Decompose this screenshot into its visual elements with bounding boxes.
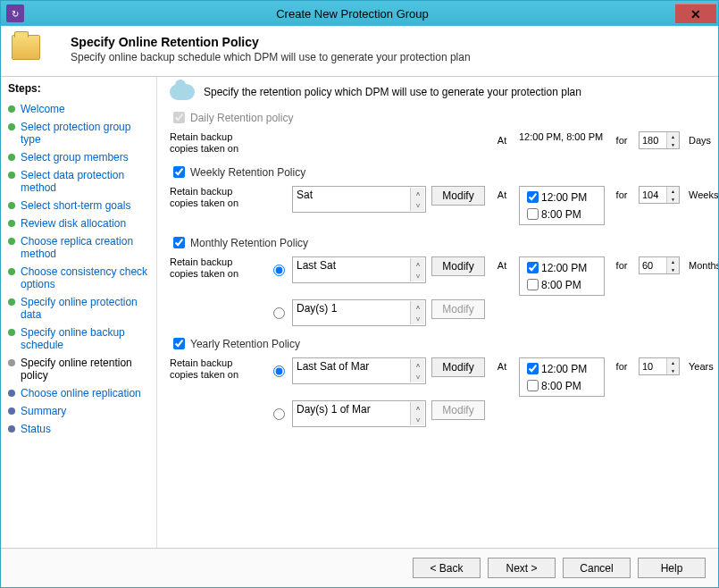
back-button[interactable]: < Back: [413, 558, 481, 578]
weekly-modify-button[interactable]: Modify: [431, 186, 485, 206]
step-bullet-icon: [8, 390, 15, 397]
monthly-radio-weekday[interactable]: [273, 265, 285, 276]
monthly-time2-checkbox[interactable]: [527, 279, 539, 290]
yearly-modify-button-1[interactable]: Modify: [431, 357, 485, 377]
monthly-opt1-listbox[interactable]: Last Sat ᐱᐯ: [292, 256, 426, 283]
intro-text: Specify the retention policy which DPM w…: [204, 86, 581, 98]
monthly-section-header: Monthly Retention Policy: [170, 234, 706, 251]
step-label: Select protection group type: [21, 121, 153, 146]
weekly-time1-checkbox[interactable]: [527, 191, 539, 203]
weekly-title: Weekly Retention Policy: [190, 166, 305, 179]
step-label: Specify online protection data: [21, 296, 153, 321]
yearly-unit: Years: [689, 357, 718, 372]
cloud-icon: [170, 84, 195, 100]
monthly-title: Monthly Retention Policy: [190, 237, 308, 249]
yearly-time2: 8:00 PM: [541, 380, 581, 392]
yearly-checkbox[interactable]: [173, 338, 185, 349]
daily-checkbox: [173, 112, 185, 123]
weekly-time2: 8:00 PM: [541, 208, 581, 221]
steps-panel: Steps: WelcomeSelect protection group ty…: [1, 77, 157, 548]
step-bullet-icon: [8, 407, 15, 415]
monthly-value: 60: [640, 260, 666, 271]
step-11[interactable]: Choose online replication: [8, 384, 153, 402]
next-button[interactable]: Next >: [488, 558, 556, 578]
monthly-radio-day[interactable]: [273, 307, 285, 319]
help-button[interactable]: Help: [638, 558, 706, 578]
step-label: Welcome: [21, 103, 65, 115]
yearly-time1-checkbox[interactable]: [527, 363, 539, 374]
for-label-yearly: for: [610, 357, 633, 372]
step-label: Status: [21, 423, 51, 435]
cancel-button[interactable]: Cancel: [563, 558, 631, 578]
page-title: Specify Online Retention Policy: [71, 35, 700, 49]
folder-icon: [12, 35, 40, 60]
yearly-radio-weekday[interactable]: [273, 365, 285, 377]
weekly-unit: Weeks: [689, 186, 718, 200]
step-bullet-icon: [8, 329, 15, 336]
for-label-weekly: for: [610, 186, 633, 200]
yearly-title: Yearly Retention Policy: [190, 338, 300, 350]
step-0[interactable]: Welcome: [8, 100, 153, 118]
monthly-time1-checkbox[interactable]: [527, 262, 539, 273]
step-1[interactable]: Select protection group type: [8, 118, 153, 148]
app-icon: ↻: [6, 4, 24, 22]
step-bullet-icon: [8, 298, 15, 306]
page-subtitle: Specify online backup schedule which DPM…: [71, 51, 700, 63]
step-4[interactable]: Select short-term goals: [8, 197, 153, 214]
step-12[interactable]: Summary: [8, 402, 153, 420]
daily-unit: Days: [689, 131, 718, 146]
yearly-modify-button-2: Modify: [431, 400, 485, 420]
yearly-value: 10: [640, 361, 666, 372]
monthly-row-1: Retain backup copies taken on Last Sat ᐱ…: [170, 256, 706, 296]
weekly-schedule-listbox[interactable]: Sat ᐱᐯ: [292, 186, 426, 213]
weekly-value-spinner[interactable]: 104 ▲▼: [639, 186, 680, 204]
step-13[interactable]: Status: [8, 420, 153, 438]
monthly-opt2-listbox[interactable]: Day(s) 1 ᐱᐯ: [292, 299, 426, 326]
yearly-time2-checkbox[interactable]: [527, 380, 539, 391]
step-7[interactable]: Choose consistency check options: [8, 263, 153, 293]
weekly-time2-checkbox[interactable]: [527, 208, 539, 220]
yearly-time-box: 12:00 PM 8:00 PM: [519, 357, 605, 397]
daily-value-spinner[interactable]: 180 ▲▼: [639, 131, 680, 149]
at-label: At: [490, 131, 514, 146]
yearly-row-1: Retain backup copies taken on Last Sat o…: [170, 357, 706, 397]
step-label: Summary: [21, 405, 66, 417]
wizard-window: ↻ Create New Protection Group ✕ Specify …: [0, 0, 719, 588]
step-6[interactable]: Choose replica creation method: [8, 232, 153, 263]
daily-title: Daily Retention policy: [190, 112, 293, 124]
step-bullet-icon: [8, 359, 15, 366]
weekly-value: 104: [640, 189, 666, 200]
step-9[interactable]: Specify online backup schedule: [8, 323, 153, 354]
monthly-value-spinner[interactable]: 60 ▲▼: [639, 256, 680, 274]
yearly-section-header: Yearly Retention Policy: [170, 335, 706, 352]
monthly-retain-label: Retain backup copies taken on: [170, 256, 263, 280]
monthly-modify-button-1[interactable]: Modify: [431, 256, 485, 276]
step-label: Select group members: [21, 151, 129, 164]
for-label: for: [610, 131, 633, 146]
step-label: Select data protection method: [21, 169, 153, 194]
yearly-opt1-listbox[interactable]: Last Sat of Mar ᐱᐯ: [292, 357, 426, 384]
step-bullet-icon: [8, 202, 15, 209]
monthly-opt1-value: Last Sat: [297, 259, 422, 272]
at-label-monthly: At: [490, 256, 514, 271]
steps-title: Steps:: [8, 82, 153, 95]
yearly-value-spinner[interactable]: 10 ▲▼: [639, 357, 680, 375]
weekly-time1: 12:00 PM: [541, 191, 587, 204]
step-bullet-icon: [8, 220, 15, 227]
step-3[interactable]: Select data protection method: [8, 166, 153, 197]
monthly-row-2: Day(s) 1 ᐱᐯ Modify: [170, 299, 706, 326]
weekly-checkbox[interactable]: [173, 166, 185, 178]
titlebar: ↻ Create New Protection Group ✕: [1, 1, 718, 26]
step-bullet-icon: [8, 123, 15, 130]
monthly-checkbox[interactable]: [173, 237, 185, 248]
step-8[interactable]: Specify online protection data: [8, 293, 153, 323]
step-2[interactable]: Select group members: [8, 148, 153, 166]
step-5[interactable]: Review disk allocation: [8, 214, 153, 232]
monthly-time1: 12:00 PM: [541, 262, 587, 274]
step-bullet-icon: [8, 425, 15, 433]
daily-retain-label: Retain backup copies taken on: [170, 131, 263, 155]
close-button[interactable]: ✕: [675, 4, 716, 23]
yearly-radio-day[interactable]: [273, 408, 285, 420]
yearly-retain-label: Retain backup copies taken on: [170, 357, 263, 381]
yearly-opt2-listbox[interactable]: Day(s) 1 of Mar ᐱᐯ: [292, 400, 426, 427]
